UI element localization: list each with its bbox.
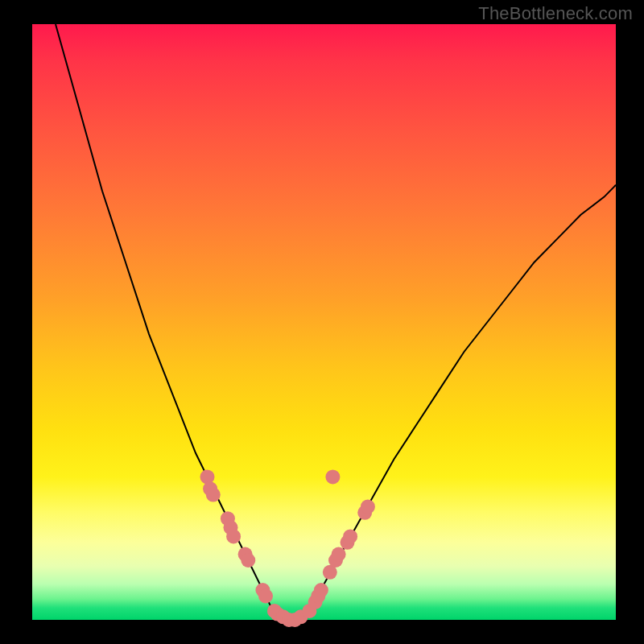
watermark-text: TheBottleneck.com — [478, 3, 633, 24]
data-marker — [361, 499, 375, 514]
plot-area — [32, 24, 616, 620]
data-marker — [241, 553, 255, 568]
marker-group — [200, 469, 375, 627]
data-marker — [314, 583, 328, 597]
curve-right-branch — [307, 185, 616, 614]
data-marker — [325, 469, 340, 484]
curve-left-branch — [56, 24, 278, 614]
chart-frame: TheBottleneck.com — [0, 0, 644, 644]
data-marker — [332, 547, 346, 562]
data-marker — [226, 529, 241, 543]
curve-group — [56, 24, 616, 620]
data-marker — [343, 529, 357, 543]
chart-svg — [32, 24, 616, 620]
data-marker — [206, 488, 221, 502]
data-marker — [258, 588, 273, 603]
